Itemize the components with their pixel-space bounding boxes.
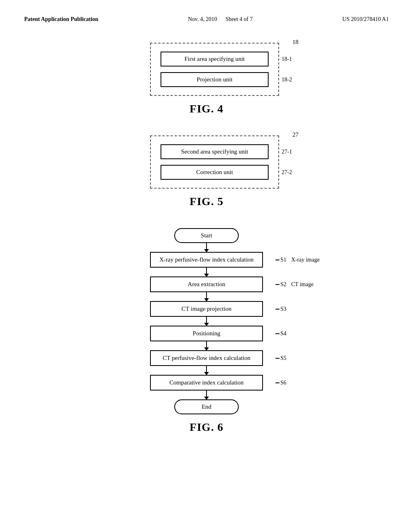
flow-end-box: End (174, 399, 239, 414)
flow-node-s2: Area extraction S2 CT image (150, 276, 263, 292)
flow-arrow-3 (206, 317, 207, 326)
fig4-box1-label: 18-1 (282, 56, 292, 62)
fig6-caption: FIG. 6 (190, 421, 223, 434)
fig4-outer-label: 18 (292, 39, 298, 46)
flowchart: Start X-ray perfusive-flow index calcula… (122, 228, 291, 414)
fig4-box1: First area specifying unit 18-1 (161, 52, 269, 66)
fig5-box2: Correction unit 27-2 (161, 165, 269, 180)
fig5-section: 27 Second area specifying unit 27-1 Corr… (24, 135, 389, 208)
flow-s2-step: S2 (275, 281, 286, 288)
flow-s1-step: S1 (275, 257, 286, 263)
fig4-section: 18 First area specifying unit 18-1 Proje… (24, 43, 389, 115)
fig5-dashed-box: 27 Second area specifying unit 27-1 Corr… (150, 135, 279, 189)
fig4-caption: FIG. 4 (190, 102, 223, 115)
flow-node-s5: CT perfusive-flow index calculation S5 (150, 350, 263, 366)
page: Patent Application Publication Nov. 4, 2… (0, 0, 413, 532)
flow-s2-box: Area extraction S2 (150, 276, 263, 292)
flow-start-box: Start (174, 228, 239, 243)
flow-arrow-5 (206, 366, 207, 375)
fig5-box1: Second area specifying unit 27-1 (161, 144, 269, 159)
header-publication: Patent Application Publication (24, 16, 98, 23)
flow-arrow-2 (206, 292, 207, 301)
flow-node-end: End (174, 399, 239, 414)
flow-s3-box: CT image projection S3 (150, 301, 263, 317)
fig5-outer-label: 27 (292, 131, 298, 138)
flow-node-s4: Positioning S4 (150, 326, 263, 341)
page-header: Patent Application Publication Nov. 4, 2… (24, 16, 389, 23)
fig4-box2: Projection unit 18-2 (161, 72, 269, 87)
flow-arrow-6 (206, 391, 207, 399)
flow-s5-box: CT perfusive-flow index calculation S5 (150, 350, 263, 366)
header-patent-number: US 2010/278410 A1 (342, 16, 389, 23)
flow-node-start: Start (174, 228, 239, 243)
flow-s6-box: Comparative index calculation S6 (150, 375, 263, 391)
flow-s1-box: X-ray perfusive-flow index calculation S… (150, 252, 263, 268)
flow-s3-step: S3 (275, 306, 286, 312)
flow-s6-step: S6 (275, 380, 286, 386)
flow-arrow-0 (206, 243, 207, 252)
flow-s5-step: S5 (275, 355, 286, 362)
flow-node-s6: Comparative index calculation S6 (150, 375, 263, 391)
fig4-dashed-box: 18 First area specifying unit 18-1 Proje… (150, 43, 279, 96)
fig6-section: Start X-ray perfusive-flow index calcula… (24, 228, 389, 434)
fig5-box1-label: 27-1 (282, 149, 292, 155)
header-date-sheet: Nov. 4, 2010 Sheet 4 of 7 (188, 16, 252, 23)
flow-s4-box: Positioning S4 (150, 326, 263, 341)
flow-s2-side: CT image (291, 281, 313, 288)
fig5-caption: FIG. 5 (190, 195, 223, 208)
fig5-box2-label: 27-2 (282, 169, 292, 176)
flow-s4-step: S4 (275, 330, 286, 337)
fig4-box2-label: 18-2 (282, 77, 292, 83)
flow-s1-side: X-ray image (291, 257, 319, 263)
flow-arrow-4 (206, 341, 207, 350)
flow-node-s1: X-ray perfusive-flow index calculation S… (150, 252, 263, 268)
flow-node-s3: CT image projection S3 (150, 301, 263, 317)
flow-arrow-1 (206, 268, 207, 276)
